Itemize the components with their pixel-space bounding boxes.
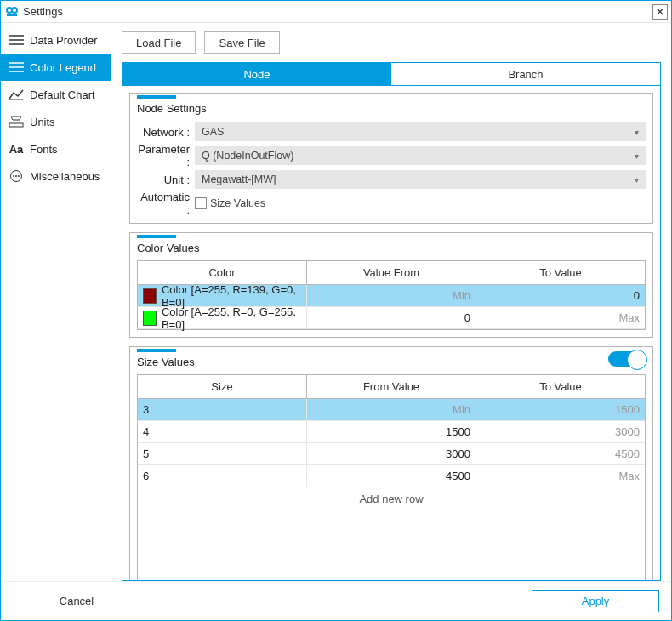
size-values-group: Size Values Size From Value To Value 3 — [129, 346, 653, 581]
sidebar-item-miscellaneous[interactable]: Miscellaneous — [1, 162, 111, 190]
svg-point-13 — [15, 175, 17, 177]
group-title: Color Values — [137, 242, 199, 254]
add-new-row[interactable]: Add new row — [138, 487, 645, 510]
load-file-button[interactable]: Load File — [122, 31, 196, 54]
node-panel: Node Settings Network : GAS Parameter : … — [122, 86, 661, 581]
network-select[interactable]: GAS — [195, 122, 646, 141]
tab-branch[interactable]: Branch — [391, 63, 660, 85]
unit-label: Unit : — [137, 174, 195, 186]
sidebar-item-data-provider[interactable]: Data Provider — [1, 26, 111, 54]
group-title: Size Values — [137, 356, 195, 368]
save-file-button[interactable]: Save File — [204, 31, 279, 54]
table-row[interactable]: Color [A=255, R=139, G=0, B=0] Min 0 — [138, 285, 645, 307]
sidebar-item-label: Fonts — [30, 143, 58, 156]
footer: Cancel Apply — [1, 581, 671, 620]
cell-size[interactable]: 3 — [138, 399, 307, 421]
fonts-icon: Aa — [8, 141, 25, 157]
th-size: Size — [138, 375, 307, 399]
color-text: Color [A=255, R=0, G=255, B=0] — [162, 305, 301, 331]
close-button[interactable]: ✕ — [652, 4, 668, 20]
node-settings-group: Node Settings Network : GAS Parameter : … — [129, 93, 653, 224]
body: Data Provider Color Legend Default Chart… — [1, 23, 671, 581]
cancel-button[interactable]: Cancel — [13, 590, 140, 612]
settings-window: Settings ✕ Data Provider Color Legend — [0, 0, 672, 621]
svg-point-14 — [18, 175, 20, 177]
tab-node[interactable]: Node — [122, 63, 391, 85]
group-header: Color Values — [137, 235, 646, 255]
th-color: Color — [138, 261, 307, 285]
app-icon — [4, 4, 20, 20]
cell-color: Color [A=255, R=0, G=255, B=0] — [138, 307, 307, 329]
titlebar: Settings ✕ — [1, 1, 671, 23]
table-row[interactable]: 3 Min 1500 — [138, 399, 645, 421]
cell-to[interactable]: 3000 — [476, 421, 645, 443]
cell-from[interactable]: 0 — [307, 307, 476, 329]
sidebar-item-label: Color Legend — [30, 61, 96, 74]
cell-from[interactable]: Min — [307, 399, 476, 421]
size-values-checkbox[interactable] — [195, 197, 207, 209]
units-icon — [8, 114, 25, 129]
network-label: Network : — [137, 126, 195, 139]
unit-row: Unit : Megawatt-[MW] — [137, 168, 646, 191]
window-title: Settings — [23, 5, 63, 18]
table-row[interactable]: 5 3000 4500 — [138, 443, 645, 465]
color-values-table: Color Value From To Value Color [A=255, … — [137, 260, 646, 330]
unit-select[interactable]: Megawatt-[MW] — [195, 170, 646, 189]
sidebar-item-label: Default Chart — [30, 88, 95, 101]
color-swatch — [143, 310, 157, 326]
th-to-value: To Value — [476, 375, 645, 399]
svg-rect-10 — [9, 123, 23, 127]
table-row[interactable]: 4 1500 3000 — [138, 421, 645, 443]
table-empty-space — [138, 510, 645, 581]
table-header: Size From Value To Value — [138, 375, 645, 399]
size-values-checkbox-label: Size Values — [210, 197, 265, 209]
automatic-row: Automatic : Size Values — [137, 192, 646, 214]
cell-to[interactable]: 0 — [476, 285, 645, 307]
cell-to[interactable]: Max — [476, 465, 645, 487]
svg-point-12 — [13, 175, 14, 177]
color-values-group: Color Values Color Value From To Value C… — [129, 232, 653, 338]
svg-point-1 — [12, 8, 17, 13]
table-header: Color Value From To Value — [138, 261, 645, 285]
apply-button[interactable]: Apply — [532, 590, 659, 612]
cell-from[interactable]: Min — [307, 285, 476, 307]
sidebar-item-label: Data Provider — [30, 34, 97, 47]
data-provider-icon — [8, 32, 25, 48]
parameter-row: Parameter : Q (NodeInOutFlow) — [137, 145, 646, 167]
parameter-select[interactable]: Q (NodeInOutFlow) — [195, 146, 646, 165]
cell-from[interactable]: 4500 — [307, 465, 476, 487]
sidebar-item-units[interactable]: Units — [1, 108, 111, 135]
misc-icon — [8, 168, 25, 184]
network-row: Network : GAS — [137, 121, 646, 143]
cell-size[interactable]: 4 — [138, 421, 307, 443]
size-values-table: Size From Value To Value 3 Min 1500 4 — [137, 374, 646, 581]
th-value-from: Value From — [307, 261, 476, 285]
size-values-toggle[interactable] — [608, 351, 646, 367]
cell-size[interactable]: 6 — [138, 465, 307, 487]
cell-size[interactable]: 5 — [138, 443, 307, 465]
sidebar: Data Provider Color Legend Default Chart… — [1, 23, 111, 581]
group-header: Node Settings — [137, 95, 646, 116]
sidebar-item-label: Miscellaneous — [30, 170, 100, 183]
sidebar-item-fonts[interactable]: Aa Fonts — [1, 135, 111, 162]
tabs: Node Branch — [122, 62, 661, 86]
sidebar-item-color-legend[interactable]: Color Legend — [1, 54, 111, 81]
main: Load File Save File Node Branch Node Set… — [111, 23, 671, 581]
sidebar-item-default-chart[interactable]: Default Chart — [1, 81, 111, 108]
cell-to[interactable]: 1500 — [476, 399, 645, 421]
svg-rect-2 — [7, 14, 17, 16]
table-row[interactable]: Color [A=255, R=0, G=255, B=0] 0 Max — [138, 307, 645, 329]
group-header: Size Values — [137, 349, 646, 369]
cell-to[interactable]: 4500 — [476, 443, 645, 465]
th-from-value: From Value — [307, 375, 476, 399]
automatic-label: Automatic : — [137, 191, 195, 216]
sidebar-item-label: Units — [30, 116, 55, 128]
cell-from[interactable]: 1500 — [307, 421, 476, 443]
toolbar: Load File Save File — [122, 31, 661, 54]
group-title: Node Settings — [137, 102, 207, 115]
table-row[interactable]: 6 4500 Max — [138, 465, 645, 487]
cell-to[interactable]: Max — [476, 307, 645, 329]
chart-icon — [8, 87, 25, 102]
cell-from[interactable]: 3000 — [307, 443, 476, 465]
th-to-value: To Value — [476, 261, 645, 285]
